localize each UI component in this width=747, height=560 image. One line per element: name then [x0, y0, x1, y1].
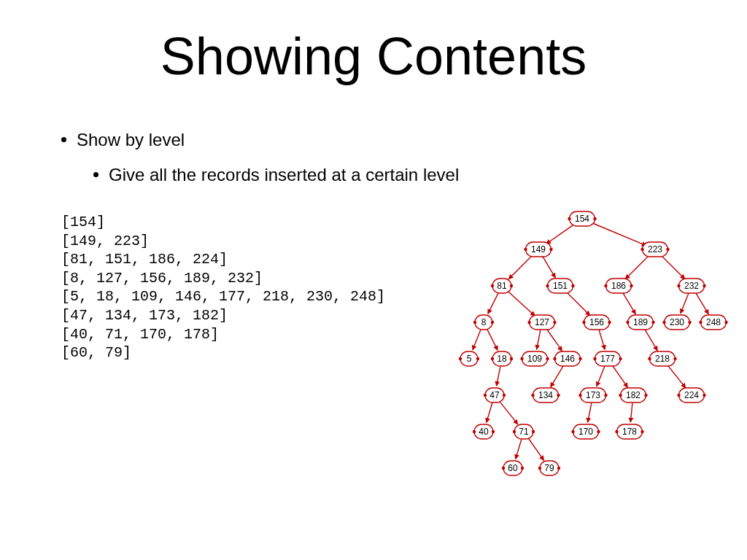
tree-node: 71	[513, 424, 535, 439]
port-right	[491, 321, 494, 324]
svg-line-19	[551, 365, 564, 386]
svg-text:182: 182	[626, 390, 640, 400]
port-left	[546, 284, 549, 287]
tree-node: 127	[527, 315, 556, 330]
port-right	[608, 321, 611, 324]
port-right	[503, 394, 506, 397]
tree-diagram: 1541492238115118623281271561892302485181…	[451, 206, 737, 490]
svg-line-28	[528, 438, 543, 460]
svg-line-0	[546, 223, 576, 244]
port-right	[619, 357, 622, 360]
tree-node: 224	[677, 388, 705, 402]
port-right	[557, 467, 560, 470]
tree-node: 18	[491, 351, 513, 366]
port-right	[532, 430, 535, 433]
svg-text:186: 186	[611, 281, 626, 291]
tree-node: 47	[484, 388, 506, 402]
port-right	[597, 430, 600, 433]
port-left	[582, 321, 585, 324]
slide: Showing Contents Show by level Give all …	[0, 0, 747, 560]
port-right	[492, 430, 495, 433]
svg-text:177: 177	[600, 354, 615, 364]
tree-node: 178	[615, 424, 643, 439]
port-right	[644, 394, 647, 397]
port-left	[604, 284, 607, 287]
port-left	[538, 467, 541, 470]
port-right	[476, 357, 479, 360]
svg-text:5: 5	[467, 354, 472, 364]
svg-text:248: 248	[706, 317, 721, 327]
tree-node: 81	[491, 279, 513, 293]
tree-node: 109	[520, 351, 549, 366]
code-block: [154] [149, 223] [81, 151, 186, 224] [8,…	[61, 213, 385, 362]
svg-line-23	[487, 403, 492, 423]
svg-text:189: 189	[633, 317, 648, 327]
port-left	[524, 248, 527, 251]
tree-node: 154	[568, 211, 596, 226]
tree-node: 40	[473, 424, 495, 439]
svg-text:224: 224	[684, 390, 699, 400]
port-left	[619, 394, 622, 397]
bullet-level-1: Show by level	[61, 130, 689, 150]
tree-node: 232	[677, 279, 705, 293]
svg-text:109: 109	[527, 354, 542, 364]
svg-text:173: 173	[586, 390, 600, 400]
tree-node: 134	[531, 388, 560, 402]
port-right	[546, 357, 549, 360]
bullet-list: Show by level Give all the records inser…	[61, 130, 689, 185]
port-right	[666, 248, 669, 251]
port-left	[626, 321, 629, 324]
port-left	[615, 430, 618, 433]
port-left	[593, 357, 596, 360]
svg-line-20	[597, 366, 605, 386]
bullet-level-2: Give all the records inserted at a certa…	[93, 165, 689, 185]
svg-line-21	[612, 365, 627, 387]
port-right	[604, 394, 607, 397]
svg-text:60: 60	[508, 463, 518, 473]
svg-text:223: 223	[648, 244, 662, 254]
svg-line-13	[487, 330, 498, 351]
tree-svg: 1541492238115118623281271561892302485181…	[451, 206, 737, 490]
svg-text:40: 40	[479, 427, 489, 437]
port-left	[677, 284, 680, 287]
bullet-2-text: Give all the records inserted at a certa…	[109, 165, 459, 184]
svg-text:127: 127	[535, 317, 549, 327]
svg-line-6	[488, 293, 498, 314]
svg-text:218: 218	[655, 354, 670, 364]
svg-text:71: 71	[519, 427, 529, 437]
tree-node: 230	[662, 315, 691, 330]
svg-line-25	[588, 403, 592, 422]
port-left	[527, 321, 530, 324]
svg-line-27	[516, 440, 522, 459]
tree-node: 177	[593, 351, 622, 366]
svg-text:79: 79	[544, 463, 554, 473]
svg-text:18: 18	[497, 354, 507, 364]
svg-line-22	[667, 365, 686, 388]
port-right	[593, 217, 596, 220]
svg-text:232: 232	[684, 281, 699, 291]
port-left	[473, 321, 476, 324]
svg-line-8	[566, 292, 590, 316]
port-left	[553, 357, 556, 360]
bullet-icon	[61, 137, 66, 142]
port-right	[510, 357, 513, 360]
port-right	[724, 321, 727, 324]
port-left	[502, 467, 505, 470]
svg-text:156: 156	[589, 317, 604, 327]
tree-node: 146	[553, 351, 581, 366]
port-right	[553, 321, 556, 324]
port-right	[521, 467, 524, 470]
tree-node: 218	[648, 351, 676, 366]
svg-text:8: 8	[481, 317, 487, 327]
tree-node: 173	[578, 388, 607, 402]
tree-node: 79	[538, 461, 560, 475]
svg-text:170: 170	[578, 427, 593, 437]
port-left	[513, 430, 516, 433]
port-right	[651, 321, 654, 324]
port-right	[557, 394, 560, 397]
tree-node: 186	[604, 279, 632, 293]
tree-node: 151	[546, 279, 574, 293]
tree-node: 156	[582, 315, 611, 330]
port-left	[473, 430, 476, 433]
port-left	[520, 357, 523, 360]
